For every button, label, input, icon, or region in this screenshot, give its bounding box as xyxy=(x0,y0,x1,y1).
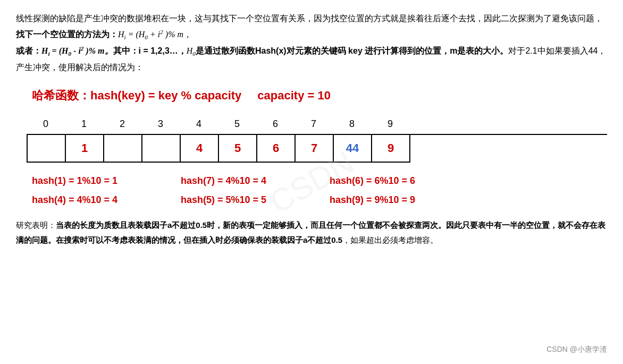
index-4: 4 xyxy=(180,115,218,132)
hash-table: 1 4 5 6 7 44 9 xyxy=(27,134,607,163)
cell-5: 5 xyxy=(219,135,257,163)
index-8: 8 xyxy=(333,115,371,132)
cell-2 xyxy=(104,135,142,163)
paragraph-1: 线性探测的缺陷是产生冲突的数据堆积在一块，这与其找下一个空位置有关系，因为找空位… xyxy=(16,11,607,75)
para1-bold1: 找下一个空位置的方法为： xyxy=(16,30,118,39)
table-section: 0 1 2 3 4 5 6 7 8 9 1 4 5 6 7 44 9 xyxy=(27,115,607,162)
research-paragraph: 研究表明：当表的长度为质数且表装载因子a不超过0.5时，新的表项一定能够插入，而… xyxy=(16,218,607,248)
index-0: 0 xyxy=(27,115,65,132)
calc-2-1: hash(4) = 4%10 = 4 xyxy=(32,191,149,208)
para1-text1: 线性探测的缺陷是产生冲突的数据堆积在一块，这与其找下一个空位置有关系，因为找空位… xyxy=(16,14,603,23)
calc-row-2: hash(4) = 4%10 = 4 hash(5) = 5%10 = 5 ha… xyxy=(32,191,607,208)
hash-function-line: 哈希函数：hash(key) = key % capacity capacity… xyxy=(32,85,607,106)
index-3: 3 xyxy=(141,115,180,132)
calc-row-1: hash(1) = 1%10 = 1 hash(7) = 4%10 = 4 ha… xyxy=(32,172,607,189)
index-7: 7 xyxy=(294,115,333,132)
cell-3 xyxy=(142,135,181,163)
cell-1: 1 xyxy=(66,135,104,163)
para1-bold4: 是通过散列函数Hash(x)对元素的关键码 key 进行计算得到的位置，m是表的… xyxy=(196,46,509,55)
para1-formula3: H0 xyxy=(187,46,196,55)
capacity-text: capacity = 10 xyxy=(257,85,331,106)
research-rest: ，如果超出必须考虑增容。 xyxy=(342,235,438,244)
para1-formula2: Hi = (H0 - i2 )% m。 xyxy=(41,46,113,55)
para1-bold2: 或者： xyxy=(16,46,41,55)
index-1: 1 xyxy=(65,115,103,132)
calc-1-1: hash(1) = 1%10 = 1 xyxy=(32,172,149,189)
para1-bold3: 其中：i = 1,2,3…， xyxy=(113,46,187,55)
cell-4: 4 xyxy=(181,135,219,163)
index-6: 6 xyxy=(256,115,294,132)
index-9: 9 xyxy=(371,115,409,132)
calc-section: hash(1) = 1%10 = 1 hash(7) = 4%10 = 4 ha… xyxy=(32,172,607,209)
research-prefix: 研究表明： xyxy=(16,221,56,230)
calc-2-2: hash(5) = 5%10 = 5 xyxy=(181,191,298,208)
cell-9: 9 xyxy=(372,135,410,163)
para1-formula1: Hi = (H0 + i2 )% m， xyxy=(118,30,192,39)
cell-0 xyxy=(28,135,66,163)
calc-1-3: hash(6) = 6%10 = 6 xyxy=(330,172,447,189)
hash-formula-text: 哈希函数：hash(key) = key % capacity xyxy=(32,85,241,106)
index-5: 5 xyxy=(218,115,256,132)
calc-2-3: hash(9) = 9%10 = 9 xyxy=(330,191,447,208)
calc-1-2: hash(7) = 4%10 = 4 xyxy=(181,172,298,189)
cell-7: 7 xyxy=(296,135,334,163)
research-bold: 当表的长度为质数且表装载因子a不超过0.5时，新的表项一定能够插入，而且任何一个… xyxy=(16,221,605,244)
index-2: 2 xyxy=(103,115,141,132)
index-row: 0 1 2 3 4 5 6 7 8 9 xyxy=(27,115,607,132)
cell-8: 44 xyxy=(334,135,372,163)
csdn-tag: CSDN @小唐学渣 xyxy=(546,345,607,354)
content-block: 线性探测的缺陷是产生冲突的数据堆积在一块，这与其找下一个空位置有关系，因为找空位… xyxy=(16,11,607,248)
cell-6: 6 xyxy=(257,135,296,163)
